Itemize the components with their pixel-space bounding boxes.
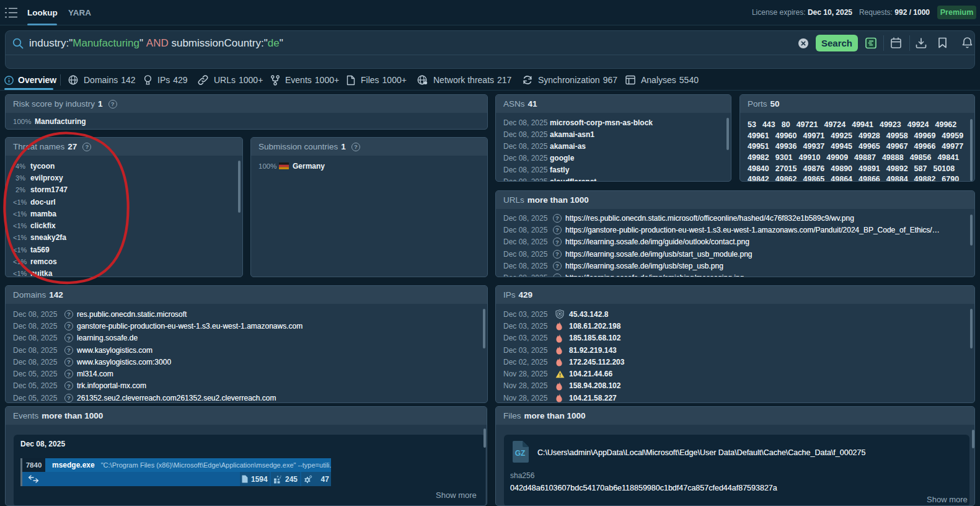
svg-text:GZ: GZ xyxy=(515,449,526,458)
